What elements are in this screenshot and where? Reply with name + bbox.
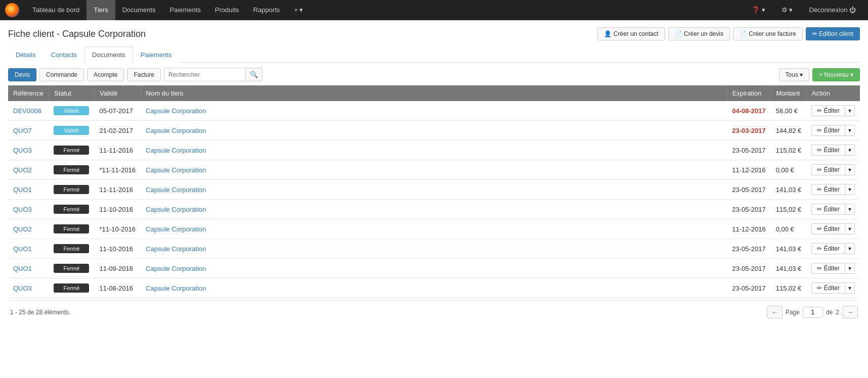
cell-reference: QUO3 xyxy=(8,278,49,298)
search-input[interactable] xyxy=(164,69,245,81)
action-buttons: ✏ Éditer ▾ xyxy=(811,204,855,215)
edit-dropdown-button[interactable]: ▾ xyxy=(845,125,855,136)
filter-tous-button[interactable]: Tous ▾ xyxy=(779,68,810,81)
page-input[interactable] xyxy=(803,307,823,318)
ref-link[interactable]: QUO3 xyxy=(13,285,32,292)
action-buttons: ✏ Éditer ▾ xyxy=(811,282,855,294)
status-badge: Fermé xyxy=(54,205,89,214)
nav-help[interactable]: ❓ ▾ xyxy=(745,0,772,20)
create-contact-button[interactable]: 👤 Créer un contact xyxy=(597,27,665,40)
edit-dropdown-button[interactable]: ▾ xyxy=(845,204,855,215)
expiration-date: 23-05-2017 xyxy=(732,245,766,253)
nav-tiers[interactable]: Tiers xyxy=(86,0,115,20)
subtab-devis[interactable]: Devis xyxy=(8,68,36,81)
tiers-link[interactable]: Capsule Corporation xyxy=(146,147,206,154)
prev-page-button[interactable]: ← xyxy=(767,306,783,318)
create-devis-button[interactable]: 📄 Créer un devis xyxy=(668,27,730,40)
ref-link[interactable]: DEV0008 xyxy=(13,107,41,115)
ref-link[interactable]: QUO1 xyxy=(13,245,32,253)
new-button[interactable]: + Nouveau ▾ xyxy=(812,68,860,81)
status-badge: Validé xyxy=(54,126,89,135)
tab-details[interactable]: Détails xyxy=(8,46,44,63)
page-label: Page xyxy=(786,309,800,316)
edit-dropdown-button[interactable]: ▾ xyxy=(845,282,855,294)
tiers-link[interactable]: Capsule Corporation xyxy=(146,285,206,292)
pagination-controls: ← Page de 2 → xyxy=(767,306,858,318)
status-badge: Fermé xyxy=(54,224,89,233)
ref-link[interactable]: QUO3 xyxy=(13,206,32,213)
ref-link[interactable]: QUO1 xyxy=(13,186,32,194)
cell-montant: 58,00 € xyxy=(771,101,807,121)
edit-dropdown-button[interactable]: ▾ xyxy=(845,223,855,234)
nav-produits[interactable]: Produits xyxy=(208,0,246,20)
tab-contacts[interactable]: Contacts xyxy=(44,46,84,63)
edit-button[interactable]: ✏ Éditer xyxy=(811,145,845,156)
edit-button[interactable]: ✏ Éditer xyxy=(811,282,845,294)
cell-expiration: 11-12-2016 xyxy=(727,160,771,180)
edit-button[interactable]: ✏ Éditer xyxy=(811,105,845,116)
edit-button[interactable]: ✏ Éditer xyxy=(811,263,845,274)
header-actions: 👤 Créer un contact 📄 Créer un devis 📄 Cr… xyxy=(597,27,860,40)
nav-paiements[interactable]: Paiements xyxy=(162,0,207,20)
cell-reference: QUO2 xyxy=(8,219,49,239)
cell-valide: 05-07-2017 xyxy=(94,101,141,121)
tiers-link[interactable]: Capsule Corporation xyxy=(146,245,206,253)
edit-dropdown-button[interactable]: ▾ xyxy=(845,184,855,195)
tab-documents[interactable]: Documents xyxy=(84,46,133,63)
col-valide: Validé xyxy=(94,85,141,101)
tiers-link[interactable]: Capsule Corporation xyxy=(146,107,206,115)
expiration-date: 04-08-2017 xyxy=(732,107,766,115)
ref-link[interactable]: QUO1 xyxy=(13,265,32,272)
ref-link[interactable]: QUO2 xyxy=(13,166,32,174)
nav-plus[interactable]: + ▾ xyxy=(287,0,310,20)
cell-statut: Fermé xyxy=(49,160,94,180)
status-badge: Fermé xyxy=(54,146,89,155)
ref-link[interactable]: QUO7 xyxy=(13,127,32,134)
search-button[interactable]: 🔍 xyxy=(245,68,262,81)
tiers-link[interactable]: Capsule Corporation xyxy=(146,127,206,134)
edit-button[interactable]: ✏ Éditer xyxy=(811,164,845,175)
nav-tableau-de-bord[interactable]: Tableau de bord xyxy=(25,0,86,20)
edit-dropdown-button[interactable]: ▾ xyxy=(845,105,855,116)
nav-settings[interactable]: ⚙ ▾ xyxy=(774,0,800,20)
edit-dropdown-button[interactable]: ▾ xyxy=(845,164,855,175)
cell-reference: QUO3 xyxy=(8,140,49,160)
table-row: QUO3 Fermé 11-10-2016 Capsule Corporatio… xyxy=(8,200,860,219)
cell-action: ✏ Éditer ▾ xyxy=(806,219,860,239)
edit-button[interactable]: ✏ Éditer xyxy=(811,184,845,195)
edit-dropdown-button[interactable]: ▾ xyxy=(845,263,855,274)
nav-rapports[interactable]: Rapports xyxy=(246,0,287,20)
edit-button[interactable]: ✏ Éditer xyxy=(811,204,845,215)
main-content: Fiche client - Capsule Corporation 👤 Cré… xyxy=(0,20,868,378)
edit-dropdown-button[interactable]: ▾ xyxy=(845,145,855,156)
tab-paiements[interactable]: Paiements xyxy=(133,46,179,63)
cell-tiers: Capsule Corporation xyxy=(141,259,727,278)
next-page-button[interactable]: → xyxy=(842,306,858,318)
nav-documents[interactable]: Documents xyxy=(115,0,163,20)
documents-table: Référence Statut Validé Nom du tiers Exp… xyxy=(8,85,860,298)
tiers-link[interactable]: Capsule Corporation xyxy=(146,265,206,272)
cell-statut: Fermé xyxy=(49,200,94,219)
edit-button[interactable]: ✏ Éditer xyxy=(811,243,845,254)
tiers-link[interactable]: Capsule Corporation xyxy=(146,186,206,194)
expiration-date: 23-05-2017 xyxy=(732,285,766,292)
subtab-facture[interactable]: Facture xyxy=(127,68,161,81)
subtab-acompte[interactable]: Acompte xyxy=(87,68,124,81)
tiers-link[interactable]: Capsule Corporation xyxy=(146,166,206,174)
ref-link[interactable]: QUO2 xyxy=(13,225,32,233)
nav-deconnexion[interactable]: Déconnexion ⏻ xyxy=(802,0,863,20)
edit-dropdown-button[interactable]: ▾ xyxy=(845,243,855,254)
tiers-link[interactable]: Capsule Corporation xyxy=(146,206,206,213)
edit-button[interactable]: ✏ Éditer xyxy=(811,223,845,234)
ref-link[interactable]: QUO3 xyxy=(13,147,32,154)
tiers-link[interactable]: Capsule Corporation xyxy=(146,225,206,233)
create-facture-button[interactable]: 📄 Créer une facture xyxy=(733,27,803,40)
expiration-date: 23-03-2017 xyxy=(732,127,766,134)
cell-action: ✏ Éditer ▾ xyxy=(806,259,860,278)
subtab-commande[interactable]: Commande xyxy=(39,68,84,81)
edit-button[interactable]: ✏ Éditer xyxy=(811,125,845,136)
action-buttons: ✏ Éditer ▾ xyxy=(811,223,855,234)
cell-montant: 141,03 € xyxy=(771,239,807,259)
edit-client-button[interactable]: ✏ Edition client xyxy=(806,27,860,40)
top-navigation: Tableau de bord Tiers Documents Paiement… xyxy=(0,0,868,20)
